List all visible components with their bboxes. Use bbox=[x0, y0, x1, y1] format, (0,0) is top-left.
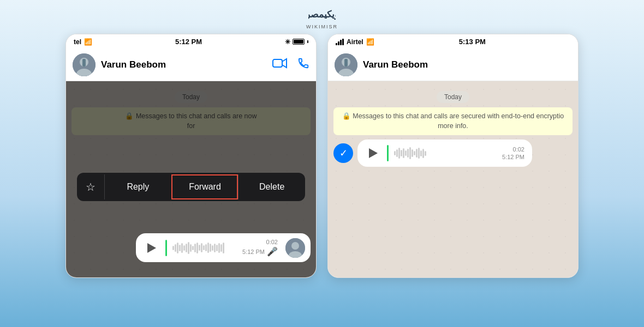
svg-text:ويكيمصر: ويكيمصر bbox=[308, 9, 336, 20]
star-button[interactable]: ☆ bbox=[77, 173, 104, 201]
play-triangle-2 bbox=[369, 148, 378, 158]
svg-point-7 bbox=[291, 242, 299, 250]
play-button-2[interactable] bbox=[365, 145, 381, 161]
system-message-2: 🔒 Messages to this chat and calls are se… bbox=[333, 107, 573, 135]
status-left-2: Airtel 📶 bbox=[336, 38, 374, 46]
voice-time-1: 5:12 PM bbox=[242, 249, 265, 255]
context-menu-items: Reply Forward Delete bbox=[104, 174, 305, 199]
status-left-1: tel 📶 bbox=[74, 38, 92, 46]
date-badge-2: Today bbox=[333, 91, 573, 103]
chat-area-1: Today 🔒 Messages to this chat and calls … bbox=[66, 81, 316, 277]
carrier-2: Airtel bbox=[347, 38, 363, 46]
waveform-active-2 bbox=[387, 145, 389, 161]
wa-header-2: Varun Beebom bbox=[328, 49, 578, 81]
context-menu: ☆ Reply Forward Delete bbox=[77, 173, 305, 201]
carrier-1: tel bbox=[74, 38, 81, 46]
status-bar-1: tel 📶 5:12 PM ✳ bbox=[66, 34, 316, 49]
video-call-icon-1[interactable] bbox=[272, 57, 288, 72]
battery-tip-1 bbox=[307, 40, 308, 43]
voice-time-2: 5:12 PM bbox=[502, 154, 524, 160]
time-1: 5:12 PM bbox=[175, 38, 202, 46]
battery-fill-1 bbox=[294, 40, 303, 44]
contact-name-1: Varun Beebom bbox=[101, 59, 267, 70]
logo-text: WIKIMISR bbox=[306, 24, 338, 29]
svg-rect-4 bbox=[82, 59, 86, 66]
voice-bubble-row-2: ✓ bbox=[333, 140, 573, 167]
play-button-1[interactable] bbox=[144, 240, 160, 256]
voice-bubble-1: 0:02 5:12 PM 🎤 bbox=[136, 233, 311, 262]
logo-icon: ويكيمصر bbox=[308, 7, 336, 23]
check-icon-2: ✓ bbox=[333, 143, 353, 163]
status-bar-2: Airtel 📶 5:13 PM bbox=[328, 34, 578, 49]
phone-1: tel 📶 5:12 PM ✳ Varu bbox=[65, 34, 317, 278]
reply-button[interactable]: Reply bbox=[104, 174, 171, 199]
waveform-active-1 bbox=[165, 240, 167, 256]
wa-header-1: Varun Beebom bbox=[66, 49, 316, 81]
wifi-icon-2: 📶 bbox=[366, 38, 374, 46]
waveform-1 bbox=[172, 241, 237, 255]
bluetooth-icon-1: ✳ bbox=[285, 38, 290, 46]
delete-button[interactable]: Delete bbox=[238, 174, 305, 199]
time-2: 5:13 PM bbox=[459, 38, 486, 46]
status-right-1: ✳ bbox=[285, 38, 308, 46]
voice-bubble-2: 0:02 5:12 PM bbox=[357, 140, 532, 167]
waveform-2 bbox=[394, 147, 497, 160]
svg-rect-5 bbox=[273, 59, 282, 67]
voice-duration-1: 0:02 bbox=[266, 239, 278, 245]
header-icons-1 bbox=[272, 57, 309, 72]
avatar-1 bbox=[73, 53, 96, 76]
chat-area-2: Today 🔒 Messages to this chat and calls … bbox=[328, 81, 578, 277]
signal-icon-2 bbox=[336, 39, 344, 45]
voice-meta-2: 0:02 5:12 PM bbox=[502, 146, 524, 160]
voice-meta-1: 0:02 5:12 PM 🎤 bbox=[242, 239, 278, 257]
phone-icon-1[interactable] bbox=[297, 57, 309, 72]
svg-rect-12 bbox=[344, 59, 348, 66]
voice-duration-2: 0:02 bbox=[513, 146, 524, 153]
wifi-icon-1: 📶 bbox=[84, 38, 92, 46]
avatar-2 bbox=[335, 53, 357, 76]
contact-name-2: Varun Beebom bbox=[363, 59, 571, 70]
voice-avatar-1 bbox=[285, 238, 305, 258]
forward-button[interactable]: Forward bbox=[171, 174, 238, 199]
phone-2: Airtel 📶 5:13 PM Varun Beebom bbox=[327, 34, 579, 278]
battery-1 bbox=[293, 39, 305, 45]
mic-icon-1: 🎤 bbox=[267, 246, 278, 257]
phones-container: tel 📶 5:12 PM ✳ Varu bbox=[0, 34, 644, 278]
play-triangle-1 bbox=[147, 243, 156, 253]
logo-section: ويكيمصر WIKIMISR bbox=[306, 7, 338, 29]
